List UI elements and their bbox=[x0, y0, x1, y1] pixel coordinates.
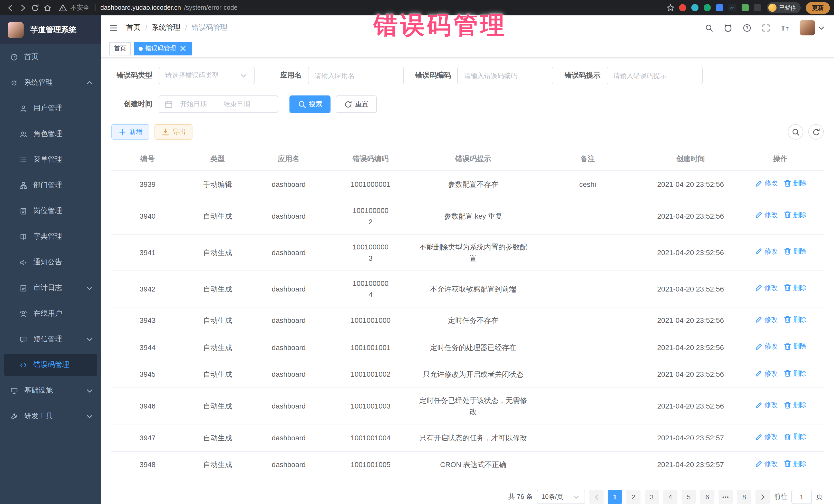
sidebar-item[interactable]: 菜单管理 bbox=[0, 147, 101, 172]
edit-button[interactable]: 修改 bbox=[754, 399, 778, 411]
error-code-input[interactable] bbox=[457, 67, 553, 84]
prev-page-button[interactable] bbox=[589, 490, 603, 504]
sidebar-item[interactable]: 首页 bbox=[0, 44, 101, 70]
help-icon[interactable] bbox=[743, 23, 751, 32]
delete-button[interactable]: 删除 bbox=[783, 368, 807, 379]
fullscreen-icon[interactable] bbox=[762, 23, 770, 32]
page-button[interactable]: 1 bbox=[608, 490, 622, 504]
address-bar[interactable]: 不安全 dashboard.yudao.iocoder.cn/system/er… bbox=[53, 3, 664, 12]
browser-update-button[interactable]: 更新 bbox=[806, 2, 830, 14]
bookmark-star-icon[interactable] bbox=[664, 2, 676, 14]
filter-item-error-hint: 错误码提示 bbox=[559, 67, 703, 84]
delete-button[interactable]: 删除 bbox=[783, 458, 807, 469]
column-header: 错误码提示 bbox=[415, 147, 531, 171]
edit-icon bbox=[754, 401, 763, 410]
sidebar-item-label: 短信管理 bbox=[34, 335, 62, 344]
user-menu[interactable] bbox=[799, 20, 826, 36]
refresh-table-button[interactable] bbox=[808, 124, 824, 139]
hamburger-icon[interactable] bbox=[109, 23, 118, 32]
edit-button[interactable]: 修改 bbox=[754, 368, 778, 379]
goto-page-input[interactable] bbox=[791, 490, 812, 504]
reset-button[interactable]: 重置 bbox=[336, 95, 377, 113]
browser-reload-icon[interactable] bbox=[29, 2, 41, 14]
extension-icon[interactable] bbox=[716, 4, 723, 11]
sidebar-item[interactable]: 用户管理 bbox=[0, 95, 101, 121]
delete-button[interactable]: 删除 bbox=[783, 210, 807, 221]
export-button[interactable]: 导出 bbox=[154, 124, 193, 139]
browser-home-icon[interactable] bbox=[41, 2, 53, 14]
page-button[interactable]: 2 bbox=[626, 490, 640, 504]
delete-icon bbox=[783, 432, 792, 441]
edit-button[interactable]: 修改 bbox=[754, 341, 778, 352]
delete-button[interactable]: 删除 bbox=[783, 282, 807, 293]
edit-button[interactable]: 修改 bbox=[754, 431, 778, 442]
browser-forward-icon[interactable] bbox=[17, 2, 29, 14]
sidebar-item-active[interactable]: 错误码管理 bbox=[4, 354, 97, 376]
cell-time: 2021-04-20 23:52:56 bbox=[644, 361, 737, 388]
breadcrumb-item[interactable]: 系统管理 bbox=[152, 23, 180, 32]
page-button[interactable]: 4 bbox=[663, 490, 678, 504]
page-size-select[interactable]: 10条/页 bbox=[537, 490, 585, 504]
font-size-icon[interactable]: TT bbox=[781, 23, 789, 32]
cell-remark bbox=[531, 198, 644, 234]
edit-button[interactable]: 修改 bbox=[754, 282, 778, 293]
sidebar-item[interactable]: 岗位管理 bbox=[0, 198, 101, 224]
profile-paused-badge[interactable]: 已暂停 bbox=[767, 2, 800, 13]
sidebar-item[interactable]: 部门管理 bbox=[0, 172, 101, 198]
table-row: 3943自动生成dashboard1001001000定时任务不存在2021-0… bbox=[111, 307, 824, 334]
edit-button[interactable]: 修改 bbox=[754, 314, 778, 325]
delete-button[interactable]: 删除 bbox=[783, 178, 807, 189]
browser-back-icon[interactable] bbox=[4, 2, 17, 14]
search-button[interactable]: 搜索 bbox=[289, 95, 331, 113]
delete-button[interactable]: 删除 bbox=[783, 246, 807, 257]
close-icon[interactable] bbox=[179, 44, 187, 53]
edit-button[interactable]: 修改 bbox=[754, 210, 778, 221]
sidebar-item[interactable]: 系统管理 bbox=[0, 70, 101, 95]
error-code-label: 错误码编码 bbox=[410, 71, 451, 80]
extension-icon[interactable] bbox=[679, 4, 686, 11]
sidebar-item[interactable]: 角色管理 bbox=[0, 121, 101, 147]
edit-button[interactable]: 修改 bbox=[754, 458, 778, 469]
column-header: 操作 bbox=[737, 147, 824, 171]
page-button[interactable]: 6 bbox=[700, 490, 715, 504]
page-button[interactable]: 5 bbox=[682, 490, 696, 504]
sidebar-item[interactable]: 审计日志 bbox=[0, 275, 101, 301]
delete-button[interactable]: 删除 bbox=[783, 314, 807, 325]
sidebar-item[interactable]: 基础设施 bbox=[0, 378, 101, 403]
delete-button[interactable]: 删除 bbox=[783, 431, 807, 442]
github-icon[interactable] bbox=[724, 23, 732, 32]
cell-id: 3948 bbox=[111, 451, 184, 478]
sidebar-item[interactable]: 字典管理 bbox=[0, 224, 101, 249]
show-search-button[interactable] bbox=[788, 124, 803, 139]
page-button[interactable]: 8 bbox=[737, 490, 751, 504]
error-type-select[interactable]: 请选择错误码类型 bbox=[159, 67, 255, 84]
pager-ellipsis[interactable]: ••• bbox=[719, 490, 733, 504]
search-icon[interactable] bbox=[705, 23, 714, 32]
cell-remark bbox=[531, 388, 644, 424]
next-page-button[interactable] bbox=[755, 490, 770, 504]
delete-icon bbox=[783, 179, 792, 188]
extension-icon[interactable] bbox=[742, 4, 749, 11]
sidebar-item[interactable]: 研发工具 bbox=[0, 403, 101, 429]
view-tag[interactable]: 错误码管理 bbox=[134, 42, 192, 55]
add-button[interactable]: 新增 bbox=[111, 124, 149, 139]
breadcrumb-item[interactable]: 首页 bbox=[126, 23, 140, 32]
view-tag[interactable]: 首页 bbox=[109, 42, 131, 55]
app-name-input[interactable] bbox=[308, 67, 404, 84]
error-hint-input[interactable] bbox=[607, 67, 703, 84]
sidebar-item[interactable]: 短信管理 bbox=[0, 326, 101, 352]
delete-button[interactable]: 删除 bbox=[783, 341, 807, 352]
extensions-puzzle-icon[interactable] bbox=[754, 4, 761, 11]
delete-button[interactable]: 删除 bbox=[783, 399, 807, 411]
table-row: 3945自动生成dashboard1001001002只允许修改为开启或者关闭状… bbox=[111, 361, 824, 388]
date-range-picker[interactable]: 开始日期 - 结束日期 bbox=[159, 95, 278, 113]
edit-button[interactable]: 修改 bbox=[754, 246, 778, 257]
page-button[interactable]: 3 bbox=[644, 490, 659, 504]
extension-icon[interactable] bbox=[704, 4, 711, 11]
sidebar-item[interactable]: 通知公告 bbox=[0, 249, 101, 275]
edit-button[interactable]: 修改 bbox=[754, 178, 778, 189]
sidebar-item[interactable]: 在线用户 bbox=[0, 301, 101, 326]
extension-icon[interactable] bbox=[691, 4, 699, 11]
cell-hint: 定时任务的处理器已经存在 bbox=[415, 334, 531, 361]
extension-icon[interactable]: on bbox=[728, 4, 737, 11]
